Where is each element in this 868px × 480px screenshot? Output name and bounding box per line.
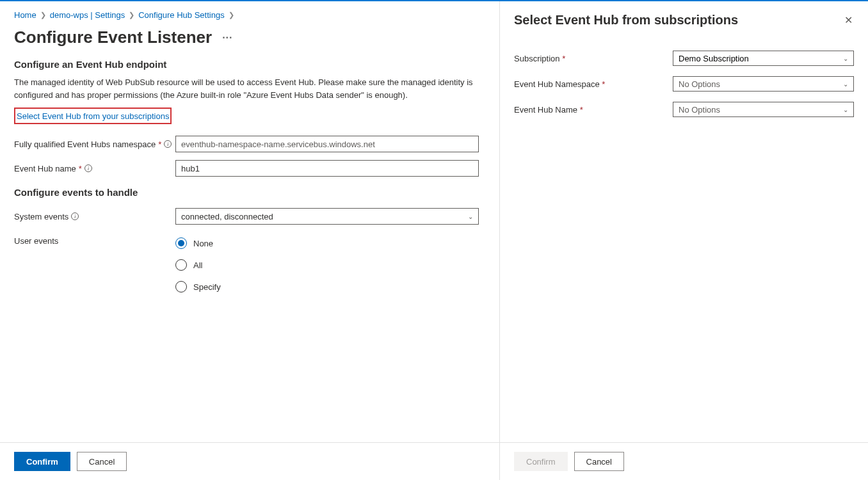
select-from-subscriptions-link[interactable]: Select Event Hub from your subscriptions bbox=[17, 111, 169, 121]
namespace-input[interactable] bbox=[175, 136, 479, 152]
section-events-title: Configure events to handle bbox=[14, 187, 485, 198]
breadcrumb-home[interactable]: Home bbox=[14, 10, 36, 20]
user-events-label: User events bbox=[14, 236, 175, 246]
chevron-right-icon: ❯ bbox=[129, 11, 134, 19]
select-from-subscriptions-highlight: Select Event Hub from your subscriptions bbox=[14, 108, 172, 124]
left-footer: Confirm Cancel bbox=[0, 442, 499, 480]
chevron-down-icon: ⌄ bbox=[468, 213, 473, 220]
panel-confirm-button: Confirm bbox=[514, 452, 568, 471]
breadcrumb: Home ❯ demo-wps | Settings ❯ Configure H… bbox=[14, 10, 485, 20]
endpoint-description: The managed identity of Web PubSub resou… bbox=[14, 76, 475, 101]
chevron-right-icon: ❯ bbox=[40, 11, 46, 19]
panel-title: Select Event Hub from subscriptions bbox=[514, 13, 738, 28]
right-footer: Confirm Cancel bbox=[500, 442, 868, 480]
panel-cancel-button[interactable]: Cancel bbox=[574, 452, 624, 471]
breadcrumb-hub-settings[interactable]: Configure Hub Settings bbox=[138, 10, 224, 20]
more-actions-icon[interactable]: ··· bbox=[222, 32, 232, 44]
section-endpoint-title: Configure an Event Hub endpoint bbox=[14, 59, 485, 70]
hub-name-label: Event Hub name * i bbox=[14, 164, 175, 173]
page-title: Configure Event Listener ··· bbox=[14, 28, 485, 47]
info-icon[interactable]: i bbox=[164, 140, 172, 148]
eh-name-label: Event Hub Name * bbox=[514, 105, 673, 115]
close-icon[interactable]: ✕ bbox=[843, 13, 854, 28]
chevron-down-icon: ⌄ bbox=[843, 106, 848, 113]
chevron-down-icon: ⌄ bbox=[843, 81, 848, 88]
confirm-button[interactable]: Confirm bbox=[14, 452, 70, 471]
chevron-down-icon: ⌄ bbox=[843, 55, 848, 62]
radio-icon bbox=[175, 237, 187, 249]
info-icon[interactable]: i bbox=[71, 212, 79, 220]
radio-icon bbox=[175, 281, 187, 292]
radio-icon bbox=[175, 259, 187, 271]
hub-name-input[interactable] bbox=[175, 160, 479, 177]
chevron-right-icon: ❯ bbox=[229, 11, 234, 19]
subscription-label: Subscription * bbox=[514, 54, 673, 63]
system-events-label: System events i bbox=[14, 212, 175, 221]
eh-namespace-label: Event Hub Namespace * bbox=[514, 79, 673, 89]
system-events-select[interactable]: connected, disconnected ⌄ bbox=[175, 208, 479, 225]
subscription-select[interactable]: Demo Subscription ⌄ bbox=[673, 51, 854, 66]
namespace-label: Fully qualified Event Hubs namespace * i bbox=[14, 140, 175, 149]
radio-none[interactable]: None bbox=[175, 237, 221, 249]
eh-name-select[interactable]: No Options ⌄ bbox=[673, 102, 854, 117]
eh-namespace-select[interactable]: No Options ⌄ bbox=[673, 76, 854, 92]
radio-all[interactable]: All bbox=[175, 259, 221, 271]
breadcrumb-settings[interactable]: demo-wps | Settings bbox=[50, 10, 125, 20]
cancel-button[interactable]: Cancel bbox=[77, 452, 127, 471]
radio-specify[interactable]: Specify bbox=[175, 281, 221, 292]
info-icon[interactable]: i bbox=[84, 164, 92, 172]
